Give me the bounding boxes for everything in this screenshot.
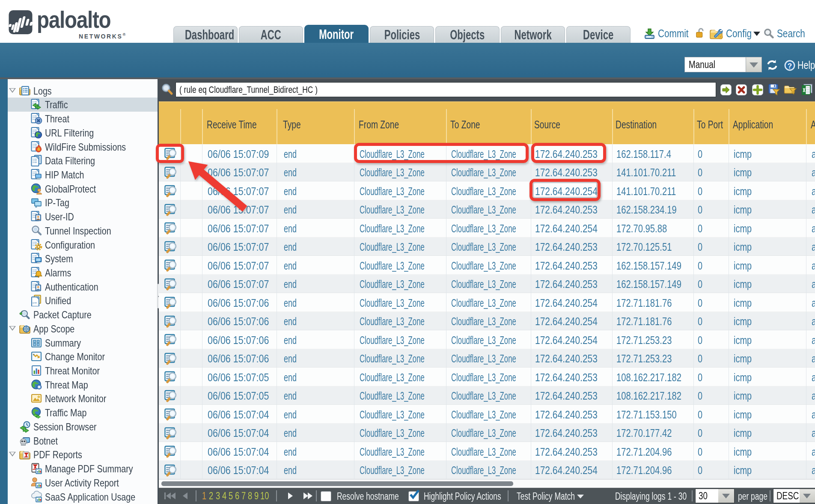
svg-text:?: ? xyxy=(788,62,792,70)
